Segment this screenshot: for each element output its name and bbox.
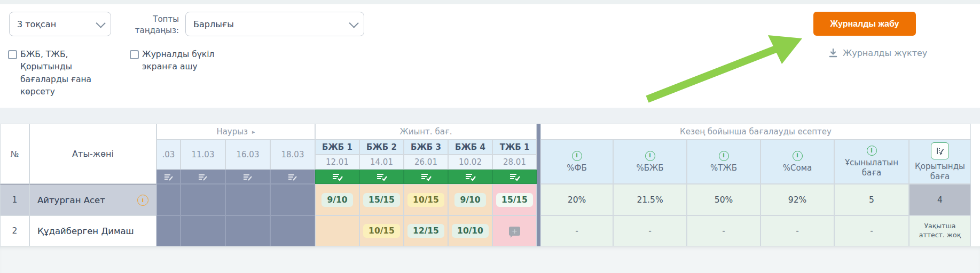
chevron-down-icon [96,18,105,28]
marks-only-checkbox[interactable] [8,50,17,59]
gradebook-table: № Аты-жөні Наурыз▸ Жиынт. бағ. Кезең бой… [0,124,971,246]
grade-cell-empty[interactable] [270,184,315,215]
list-edit-icon [198,173,208,181]
lesson-edit-button[interactable] [156,170,181,184]
comment-plus-icon[interactable]: + [509,227,520,236]
summative-grade-cell[interactable] [315,215,359,246]
final-grade-edit-icon[interactable] [931,142,949,159]
number-column-header: № [0,124,29,184]
grade-cell-empty[interactable] [156,184,181,215]
period-group-header: Кезең бойынша бағалауды есептеу [540,124,971,140]
summative-grade-cell[interactable]: 10/10 [448,215,492,246]
summative-approved-button[interactable] [404,170,448,184]
period-value-cell: 50% [687,184,761,215]
lesson-edit-button[interactable] [270,170,315,184]
summative-date: 12.01 [315,155,359,170]
period-value-cell: - [687,215,761,246]
info-icon[interactable]: i [572,151,582,161]
final-grade-cell[interactable]: 4 [909,184,971,215]
bottom-background [0,246,980,273]
summative-header: БЖБ 2 [359,140,404,155]
grade-cell-empty[interactable] [225,215,270,246]
close-journal-button[interactable]: Журналды жабу [813,12,916,36]
info-icon[interactable]: i [867,146,877,156]
grade-cell-empty[interactable] [156,215,181,246]
period-value-cell: 92% [761,184,834,215]
summative-grade-cell[interactable]: 9/10 [448,184,492,215]
quarter-select[interactable]: 3 тоқсан [9,12,111,36]
period-value-cell: - [834,215,909,246]
list-edit-icon [163,173,174,181]
panel-table-gap [0,108,980,124]
summative-header: БЖБ 3 [404,140,448,155]
date-header: 16.03 [225,140,270,170]
grade-cell-empty[interactable] [181,184,225,215]
row-number: 1 [0,184,29,215]
list-check-icon [332,173,343,181]
summative-grade-cell[interactable]: 12/15 [404,215,448,246]
download-journal-text: Журналды жүктеу [843,48,927,58]
date-header: 18.03 [270,140,315,170]
lesson-edit-button[interactable] [225,170,270,184]
group-select-value: Барлығы [193,19,234,29]
fullscreen-checkbox[interactable] [130,50,139,59]
summative-approved-button[interactable] [315,170,359,184]
horizontal-scroll-divider [537,124,540,246]
student-name-cell[interactable]: Айтурган Асет i [29,184,156,215]
group-select[interactable]: Барлығы [185,12,364,36]
list-edit-icon [242,173,253,181]
period-value-cell: - [761,215,834,246]
triangle-right-icon: ▸ [252,129,255,135]
period-value-cell: 20% [540,184,613,215]
student-info-icon[interactable]: i [137,195,148,206]
group-select-label: Топты таңдаңыз: [120,14,179,36]
period-value-cell: 5 [834,184,909,215]
final-grade-cell[interactable]: Уақытша аттест. жоқ [909,215,971,246]
student-name-cell[interactable]: Құдайберген Димаш [29,215,156,246]
lesson-edit-button[interactable] [181,170,225,184]
date-header: 11.03 [181,140,225,170]
summative-header: БЖБ 4 [448,140,492,155]
grade-cell-empty[interactable] [225,184,270,215]
top-strip [0,0,980,4]
info-icon[interactable]: i [793,151,803,161]
row-number: 2 [0,215,29,246]
grade-cell-empty[interactable] [181,215,225,246]
info-icon[interactable]: i [719,151,729,161]
summative-group-header: Жиынт. бағ. [315,124,537,140]
list-edit-icon [287,173,298,181]
grade-cell-empty[interactable] [270,215,315,246]
fullscreen-label: Журналды бүкіл экранға ашу [142,49,238,74]
quarter-select-value: 3 тоқсан [17,19,56,29]
name-column-header: Аты-жөні [29,124,156,184]
period-header-suggested: iҰсынылатын баға [834,140,909,184]
summative-approved-button[interactable] [359,170,404,184]
list-check-icon [465,173,476,181]
download-journal-link[interactable]: Журналды жүктеу [829,48,927,58]
period-value-cell: - [540,215,613,246]
summative-grade-cell[interactable]: 10/15 [404,184,448,215]
period-value-cell: - [613,215,687,246]
info-icon[interactable]: i [645,151,655,161]
period-header-fb: i%ФБ [540,140,613,184]
download-icon [829,49,837,58]
summative-date: 10.02 [448,155,492,170]
chevron-down-icon [349,18,358,28]
marks-only-label: БЖБ, ТЖБ, Қорытынды бағаларды ғана көрсе… [20,49,110,98]
period-header-final: Қорытынды баға [909,140,971,184]
summative-grade-cell[interactable]: 15/15 [359,184,404,215]
summative-approved-button[interactable] [492,170,537,184]
summative-grade-cell[interactable]: 10/15 [359,215,404,246]
period-header-soma: i%Сома [761,140,834,184]
summative-grade-cell[interactable]: 15/15 [492,184,537,215]
summative-date: 26.01 [404,155,448,170]
summative-approved-button[interactable] [448,170,492,184]
summative-grade-cell[interactable]: + [492,215,537,246]
summative-date: 28.01 [492,155,537,170]
list-check-icon [509,173,521,181]
summative-header: БЖБ 1 [315,140,359,155]
month-group-header[interactable]: Наурыз▸ [156,124,315,140]
list-check-icon [376,173,388,181]
period-header-tjb: i%ТЖБ [687,140,761,184]
summative-grade-cell[interactable]: 9/10 [315,184,359,215]
